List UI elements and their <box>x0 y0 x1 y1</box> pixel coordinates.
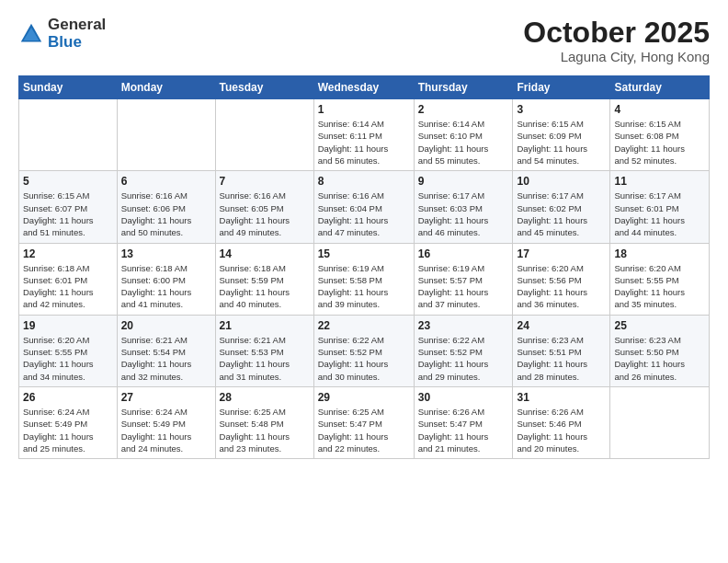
calendar-cell: 19Sunrise: 6:20 AM Sunset: 5:55 PM Dayli… <box>19 315 118 386</box>
day-number: 7 <box>220 175 310 188</box>
calendar-cell: 28Sunrise: 6:25 AM Sunset: 5:48 PM Dayli… <box>215 386 313 458</box>
calendar-cell <box>19 99 118 171</box>
day-number: 11 <box>614 175 705 188</box>
day-number: 9 <box>418 175 509 188</box>
calendar-cell: 14Sunrise: 6:18 AM Sunset: 5:59 PM Dayli… <box>215 243 313 315</box>
header: General Blue October 2025 Laguna City, H… <box>18 17 710 64</box>
day-info: Sunrise: 6:16 AM Sunset: 6:06 PM Dayligh… <box>121 190 211 238</box>
day-info: Sunrise: 6:14 AM Sunset: 6:11 PM Dayligh… <box>318 118 410 167</box>
calendar-cell: 30Sunrise: 6:26 AM Sunset: 5:47 PM Dayli… <box>414 386 513 458</box>
page: General Blue October 2025 Laguna City, H… <box>0 0 728 563</box>
day-info: Sunrise: 6:21 AM Sunset: 5:54 PM Dayligh… <box>121 334 211 383</box>
day-info: Sunrise: 6:16 AM Sunset: 6:05 PM Dayligh… <box>220 190 310 238</box>
calendar-cell: 21Sunrise: 6:21 AM Sunset: 5:53 PM Dayli… <box>215 315 313 386</box>
day-number: 28 <box>220 391 310 404</box>
day-info: Sunrise: 6:26 AM Sunset: 5:47 PM Dayligh… <box>418 406 509 454</box>
day-number: 21 <box>220 319 310 332</box>
calendar-cell: 20Sunrise: 6:21 AM Sunset: 5:54 PM Dayli… <box>117 315 215 386</box>
calendar-cell: 24Sunrise: 6:23 AM Sunset: 5:51 PM Dayli… <box>513 315 610 386</box>
calendar-cell: 31Sunrise: 6:26 AM Sunset: 5:46 PM Dayli… <box>513 386 610 458</box>
calendar-cell: 22Sunrise: 6:22 AM Sunset: 5:52 PM Dayli… <box>313 315 414 386</box>
day-info: Sunrise: 6:15 AM Sunset: 6:07 PM Dayligh… <box>23 190 113 238</box>
day-number: 10 <box>517 175 606 188</box>
day-info: Sunrise: 6:16 AM Sunset: 6:04 PM Dayligh… <box>318 190 410 238</box>
day-info: Sunrise: 6:17 AM Sunset: 6:01 PM Dayligh… <box>614 190 705 238</box>
day-number: 4 <box>614 103 705 116</box>
day-number: 3 <box>517 103 606 116</box>
day-number: 23 <box>418 319 509 332</box>
calendar-cell: 7Sunrise: 6:16 AM Sunset: 6:05 PM Daylig… <box>215 171 313 243</box>
day-info: Sunrise: 6:18 AM Sunset: 5:59 PM Dayligh… <box>220 262 310 311</box>
calendar-cell: 13Sunrise: 6:18 AM Sunset: 6:00 PM Dayli… <box>117 243 215 315</box>
day-number: 12 <box>23 247 113 260</box>
calendar-cell: 1Sunrise: 6:14 AM Sunset: 6:11 PM Daylig… <box>313 99 414 171</box>
calendar-week-4: 19Sunrise: 6:20 AM Sunset: 5:55 PM Dayli… <box>19 315 710 386</box>
calendar-cell: 27Sunrise: 6:24 AM Sunset: 5:49 PM Dayli… <box>117 386 215 458</box>
day-number: 26 <box>23 391 113 404</box>
day-info: Sunrise: 6:26 AM Sunset: 5:46 PM Dayligh… <box>517 406 606 454</box>
day-info: Sunrise: 6:25 AM Sunset: 5:47 PM Dayligh… <box>318 406 410 454</box>
calendar-cell: 10Sunrise: 6:17 AM Sunset: 6:02 PM Dayli… <box>513 171 610 243</box>
day-info: Sunrise: 6:15 AM Sunset: 6:08 PM Dayligh… <box>614 118 705 167</box>
day-info: Sunrise: 6:18 AM Sunset: 6:00 PM Dayligh… <box>121 262 211 311</box>
col-header-thursday: Thursday <box>414 76 513 99</box>
calendar-week-5: 26Sunrise: 6:24 AM Sunset: 5:49 PM Dayli… <box>19 386 710 458</box>
day-number: 30 <box>418 391 509 404</box>
col-header-friday: Friday <box>513 76 610 99</box>
location-subtitle: Laguna City, Hong Kong <box>523 49 710 64</box>
month-title: October 2025 <box>523 17 710 49</box>
calendar-week-3: 12Sunrise: 6:18 AM Sunset: 6:01 PM Dayli… <box>19 243 710 315</box>
calendar-cell: 15Sunrise: 6:19 AM Sunset: 5:58 PM Dayli… <box>313 243 414 315</box>
logo: General Blue <box>18 17 106 51</box>
day-number: 31 <box>517 391 606 404</box>
calendar-cell: 6Sunrise: 6:16 AM Sunset: 6:06 PM Daylig… <box>117 171 215 243</box>
calendar-cell: 11Sunrise: 6:17 AM Sunset: 6:01 PM Dayli… <box>610 171 710 243</box>
day-info: Sunrise: 6:15 AM Sunset: 6:09 PM Dayligh… <box>517 118 606 167</box>
day-number: 19 <box>23 319 113 332</box>
col-header-saturday: Saturday <box>610 76 710 99</box>
day-number: 22 <box>318 319 410 332</box>
calendar-cell: 25Sunrise: 6:23 AM Sunset: 5:50 PM Dayli… <box>610 315 710 386</box>
day-info: Sunrise: 6:20 AM Sunset: 5:56 PM Dayligh… <box>517 262 606 311</box>
day-info: Sunrise: 6:24 AM Sunset: 5:49 PM Dayligh… <box>23 406 113 454</box>
logo-blue-text: Blue <box>48 34 106 52</box>
day-number: 27 <box>121 391 211 404</box>
title-block: October 2025 Laguna City, Hong Kong <box>523 17 710 64</box>
day-info: Sunrise: 6:19 AM Sunset: 5:57 PM Dayligh… <box>418 262 509 311</box>
col-header-tuesday: Tuesday <box>215 76 313 99</box>
day-number: 29 <box>318 391 410 404</box>
day-info: Sunrise: 6:17 AM Sunset: 6:03 PM Dayligh… <box>418 190 509 238</box>
day-info: Sunrise: 6:21 AM Sunset: 5:53 PM Dayligh… <box>220 334 310 383</box>
day-number: 14 <box>220 247 310 260</box>
calendar-cell: 5Sunrise: 6:15 AM Sunset: 6:07 PM Daylig… <box>19 171 118 243</box>
calendar-cell <box>117 99 215 171</box>
day-number: 20 <box>121 319 211 332</box>
calendar-cell: 12Sunrise: 6:18 AM Sunset: 6:01 PM Dayli… <box>19 243 118 315</box>
day-number: 15 <box>318 247 410 260</box>
logo-general-text: General <box>48 17 106 34</box>
calendar-cell: 29Sunrise: 6:25 AM Sunset: 5:47 PM Dayli… <box>313 386 414 458</box>
day-info: Sunrise: 6:14 AM Sunset: 6:10 PM Dayligh… <box>418 118 509 167</box>
calendar-table: SundayMondayTuesdayWednesdayThursdayFrid… <box>18 75 710 459</box>
calendar-cell: 16Sunrise: 6:19 AM Sunset: 5:57 PM Dayli… <box>414 243 513 315</box>
day-number: 1 <box>318 103 410 116</box>
calendar-cell: 3Sunrise: 6:15 AM Sunset: 6:09 PM Daylig… <box>513 99 610 171</box>
day-info: Sunrise: 6:24 AM Sunset: 5:49 PM Dayligh… <box>121 406 211 454</box>
day-info: Sunrise: 6:19 AM Sunset: 5:58 PM Dayligh… <box>318 262 410 311</box>
day-number: 16 <box>418 247 509 260</box>
day-info: Sunrise: 6:18 AM Sunset: 6:01 PM Dayligh… <box>23 262 113 311</box>
day-info: Sunrise: 6:23 AM Sunset: 5:50 PM Dayligh… <box>614 334 705 383</box>
calendar-cell: 18Sunrise: 6:20 AM Sunset: 5:55 PM Dayli… <box>610 243 710 315</box>
calendar-cell: 2Sunrise: 6:14 AM Sunset: 6:10 PM Daylig… <box>414 99 513 171</box>
day-info: Sunrise: 6:20 AM Sunset: 5:55 PM Dayligh… <box>614 262 705 311</box>
calendar-cell: 4Sunrise: 6:15 AM Sunset: 6:08 PM Daylig… <box>610 99 710 171</box>
col-header-wednesday: Wednesday <box>313 76 414 99</box>
calendar-cell <box>215 99 313 171</box>
logo-icon <box>18 21 44 47</box>
calendar-week-2: 5Sunrise: 6:15 AM Sunset: 6:07 PM Daylig… <box>19 171 710 243</box>
day-number: 2 <box>418 103 509 116</box>
day-info: Sunrise: 6:23 AM Sunset: 5:51 PM Dayligh… <box>517 334 606 383</box>
day-number: 24 <box>517 319 606 332</box>
calendar-cell: 26Sunrise: 6:24 AM Sunset: 5:49 PM Dayli… <box>19 386 118 458</box>
day-number: 17 <box>517 247 606 260</box>
